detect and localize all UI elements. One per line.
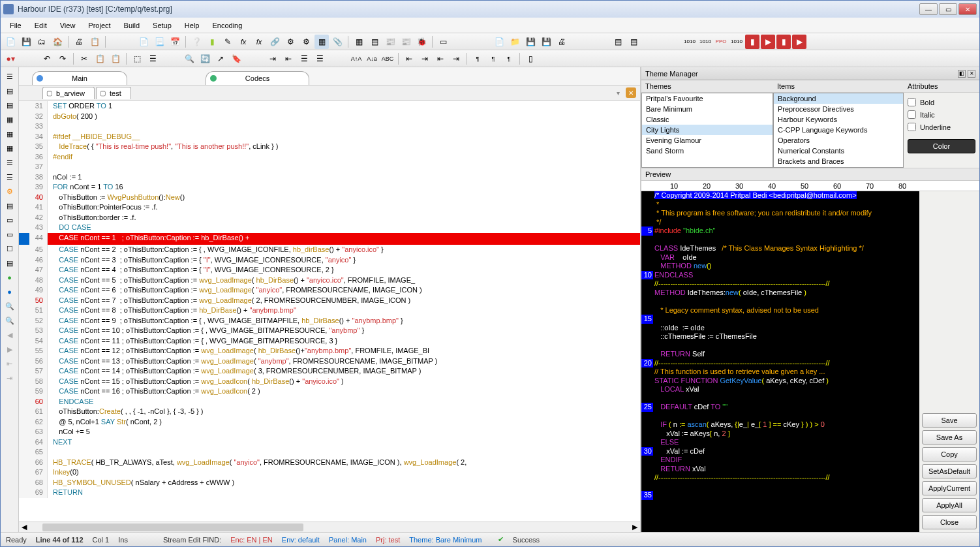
gutter-icon[interactable]: ▭ [3, 213, 16, 227]
code-line[interactable]: 33 [19, 121, 640, 132]
page-icon[interactable]: 📄 [492, 35, 506, 49]
code-line[interactable]: 31SET ORDER TO 1 [19, 101, 640, 112]
case-down-icon[interactable]: A↓a [365, 52, 379, 66]
form3-icon[interactable]: ▤ [626, 35, 641, 49]
bookmark2-icon[interactable]: 🔖 [229, 52, 243, 66]
code-editor[interactable]: 31SET ORDER TO 132dbGoto( 200 )3334#ifde… [19, 101, 640, 522]
ppo-icon[interactable]: PPO [714, 35, 728, 49]
code-line[interactable]: 62 @ 5, nCol+1 SAY Str( nCont, 2 ) [19, 417, 640, 428]
tab-codecs[interactable]: Codecs [206, 71, 309, 85]
preview-icon[interactable]: 📋 [87, 35, 102, 49]
save-all-icon[interactable]: 🗂 [35, 35, 49, 49]
replace-icon[interactable]: 🔄 [198, 52, 212, 66]
disk2-icon[interactable]: 💾 [539, 35, 553, 49]
code-line[interactable]: 56 CASE nCont == 13 ; oThisButton:Captio… [19, 356, 640, 367]
disk-icon[interactable]: 💾 [523, 35, 538, 49]
close-tab-icon[interactable]: ✕ [626, 87, 636, 98]
find-icon[interactable]: 🔍 [182, 52, 196, 66]
code-line[interactable]: 39FOR nCont = 1 TO 16 [19, 182, 640, 193]
para3-icon[interactable]: ¶ [502, 52, 516, 66]
print2-icon[interactable]: 🖨 [555, 35, 569, 49]
gutter-icon[interactable]: ● [3, 271, 16, 284]
gutter-icon[interactable]: ⚙ [3, 185, 16, 198]
code-line[interactable]: 60 ENDCASE [19, 397, 640, 407]
link-icon[interactable]: 🔗 [268, 35, 282, 49]
code-line[interactable]: 66HB_TRACE( HB_TR_ALWAYS, aTest, wvg_Loa… [19, 458, 640, 468]
doc2-icon[interactable]: 📃 [152, 35, 166, 49]
gutter-icon[interactable]: ▤ [3, 84, 16, 97]
gutter-icon[interactable]: ☰ [3, 170, 16, 183]
home-icon[interactable]: 🏠 [50, 35, 65, 49]
red2-icon[interactable]: ▶ [761, 35, 775, 49]
code-line[interactable]: 55 CASE nCont == 12 ; oThisButton:Captio… [19, 346, 640, 356]
menu-build[interactable]: Build [117, 19, 146, 32]
syntax-item[interactable]: C-CPP Language Keywords [774, 125, 903, 135]
window-icon[interactable]: ▭ [436, 35, 450, 49]
grid-icon[interactable]: ▦ [352, 35, 366, 49]
tab-main[interactable]: Main [32, 71, 127, 85]
code-line[interactable]: 45 CASE nCont == 2 ; oThisButton:Caption… [19, 245, 640, 255]
para1-icon[interactable]: ¶ [470, 52, 485, 66]
undo-icon[interactable]: ↶ [40, 52, 54, 66]
code-line[interactable]: 41 oThisButton:PointerFocus := .f. [19, 202, 640, 213]
case-up-icon[interactable]: A↑A [349, 52, 363, 66]
syntax-item[interactable]: Operators [774, 135, 903, 146]
code-line[interactable]: 40 oThisButton := WvgPushButton():New() [19, 193, 640, 203]
code-line[interactable]: 32dbGoto( 200 ) [19, 112, 640, 122]
close-button[interactable]: Close [922, 515, 977, 529]
code-line[interactable]: 37 [19, 162, 640, 172]
theme-item[interactable]: City Lights [642, 125, 773, 135]
divider-icon[interactable]: ▯ [523, 52, 538, 66]
select-icon[interactable]: ⬚ [130, 52, 144, 66]
indent3-icon[interactable]: ⇥ [418, 52, 432, 66]
help-icon[interactable]: ❔ [189, 35, 204, 49]
indent-icon[interactable]: ⇥ [266, 52, 280, 66]
italic-checkbox[interactable]: Italic [908, 110, 975, 119]
stop-icon[interactable]: ●▾ [3, 52, 18, 66]
menu-edit[interactable]: Edit [28, 19, 54, 32]
code-line[interactable]: 35 IdeTrace( { "This is real-time push!"… [19, 142, 640, 152]
bug-icon[interactable]: 🐞 [414, 35, 429, 49]
gutter-icon[interactable]: ▶ [3, 343, 16, 356]
gutter-icon[interactable]: ● [3, 285, 16, 298]
gutter-icon[interactable]: ☐ [3, 242, 16, 255]
code-line[interactable]: 69RETURN [19, 488, 640, 498]
zoom-out-icon[interactable]: 🔍 [3, 314, 16, 327]
outdent-icon[interactable]: ⇤ [281, 52, 296, 66]
scrollbar-horizontal[interactable]: ◀▶ [19, 522, 640, 532]
calendar-icon[interactable]: 📅 [168, 35, 182, 49]
setasdefault-button[interactable]: SetAsDefault [922, 464, 977, 478]
gutter-icon[interactable]: ☰ [3, 70, 16, 83]
report-icon[interactable]: 📰 [383, 35, 397, 49]
tab-list-icon[interactable]: ▾ [613, 87, 623, 98]
applycurrent-button[interactable]: ApplyCurrent [922, 481, 977, 495]
table-icon[interactable]: ▦ [314, 35, 329, 49]
gear2-icon[interactable]: ⚙ [299, 35, 313, 49]
menu-view[interactable]: View [54, 19, 82, 32]
panel-float-icon[interactable]: ◧ [958, 70, 966, 78]
gutter-icon[interactable]: ⇥ [3, 371, 16, 384]
code-line[interactable]: 64NEXT [19, 437, 640, 448]
indent2-icon[interactable]: ⇤ [402, 52, 416, 66]
doc-icon[interactable]: 📄 [136, 35, 151, 49]
para2-icon[interactable]: ¶ [486, 52, 500, 66]
syntax-item[interactable]: Harbour Keywords [774, 114, 903, 125]
file-tab[interactable]: test [96, 87, 131, 99]
code-line[interactable]: 48 CASE nCont == 5 ; oThisButton:Caption… [19, 275, 640, 286]
gutter-icon[interactable]: ▤ [3, 99, 16, 112]
fx2-icon[interactable]: fx [252, 35, 266, 49]
code-line[interactable]: 47 CASE nCont == 4 ; oThisButton:Caption… [19, 265, 640, 275]
gutter-icon[interactable]: ▦ [3, 127, 16, 140]
spell-icon[interactable]: ABC [380, 52, 395, 66]
code-line[interactable]: 61 oThisButton:Create( , , { -1, -nCol }… [19, 407, 640, 417]
maximize-button[interactable]: ▭ [939, 3, 957, 15]
code-line[interactable]: 52 CASE nCont == 9 ; oThisButton:Caption… [19, 316, 640, 326]
redo-icon[interactable]: ↷ [55, 52, 70, 66]
code-line[interactable]: 65 [19, 447, 640, 458]
themes-list[interactable]: Pritpal's FavouriteBare MinimumClassicCi… [641, 93, 773, 168]
paste-icon[interactable]: 📋 [108, 52, 123, 66]
gutter-icon[interactable]: ▦ [3, 142, 16, 155]
gutter-icon[interactable]: ▭ [3, 228, 16, 241]
code-line[interactable]: 59 CASE nCont == 16 ; oThisButton:Captio… [19, 386, 640, 397]
menu-project[interactable]: Project [82, 19, 117, 32]
